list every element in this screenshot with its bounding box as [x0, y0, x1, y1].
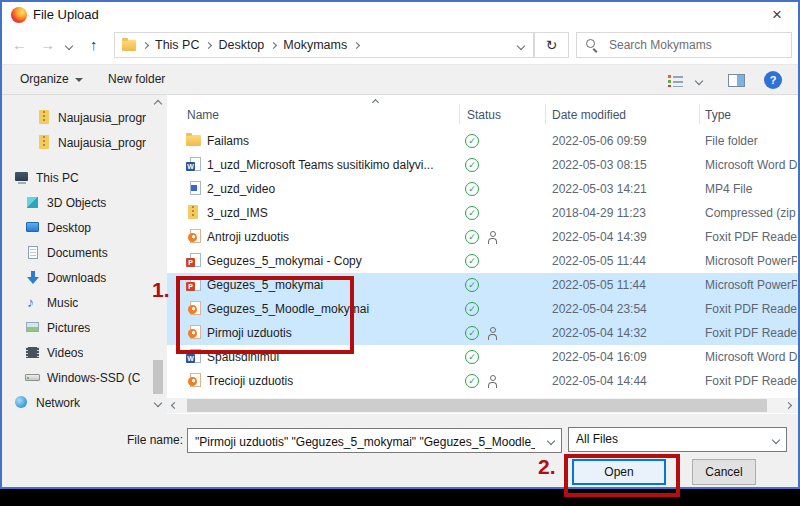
horizontal-scrollbar[interactable]	[167, 398, 798, 413]
file-row[interactable]: 3_uzd_IMS 2018-04-29 11:23 Compressed (z…	[167, 201, 798, 225]
sidebar-item-3d-objects[interactable]: 3D Objects	[2, 190, 150, 215]
search-input[interactable]	[607, 37, 771, 53]
file-row[interactable]: Geguzes_5_Moodle_mokymai 2022-05-04 23:5…	[167, 297, 798, 321]
organize-button[interactable]: Organize	[20, 65, 83, 94]
file-date-modified: 2022-05-03 14:21	[552, 177, 647, 201]
file-type: Microsoft Word D	[705, 345, 797, 369]
file-row[interactable]: 2_uzd_video 2022-05-03 14:21 MP4 File	[167, 177, 798, 201]
file-type: File folder	[705, 129, 797, 153]
file-name: 3_uzd_IMS	[207, 201, 268, 225]
file-date-modified: 2022-05-05 11:44	[552, 249, 646, 273]
file-type: Foxit PDF Reader	[705, 369, 797, 393]
dialog-body: Naujausia_progr Naujausia_progr This PC …	[2, 95, 798, 414]
file-row[interactable]: Geguzes_5_mokymai - Copy 2022-05-05 11:4…	[167, 249, 798, 273]
close-icon[interactable]: ×	[764, 2, 790, 28]
breadcrumb-chevron-icon[interactable]	[353, 41, 360, 48]
sidebar-scrollbar[interactable]	[150, 95, 166, 414]
status-synced-check-icon	[465, 374, 479, 388]
file-date-modified: 2022-05-05 11:44	[552, 273, 646, 297]
music-note-icon	[25, 295, 41, 310]
scroll-left-icon[interactable]	[171, 402, 178, 409]
breadcrumb-segment[interactable]: Desktop	[218, 38, 264, 52]
new-folder-button[interactable]: New folder	[108, 65, 165, 94]
chevron-down-icon[interactable]	[547, 437, 555, 445]
file-type-select[interactable]: All Files	[568, 427, 787, 452]
file-name-input[interactable]	[193, 430, 537, 453]
breadcrumb-chevron-icon[interactable]	[205, 41, 212, 48]
file-row[interactable]: Trecioji uzduotis 2022-05-04 14:44 Foxit…	[167, 369, 798, 393]
sidebar-item-naujausia-progr[interactable]: Naujausia_progr	[2, 130, 150, 155]
preview-pane-icon[interactable]	[728, 74, 745, 87]
file-name: 2_uzd_video	[207, 177, 275, 201]
foxit-pdf-icon	[186, 325, 201, 340]
file-date-modified: 2022-05-04 14:44	[552, 369, 647, 393]
status-synced-check-icon	[465, 254, 479, 268]
file-name-combo[interactable]	[187, 428, 562, 453]
view-mode-icon[interactable]	[668, 74, 683, 87]
file-row[interactable]: Geguzes_5_mokymai 2022-05-05 11:44 Micro…	[167, 273, 798, 297]
file-row[interactable]: 1_uzd_Microsoft Teams susitikimo dalyvi.…	[167, 153, 798, 177]
scroll-right-icon[interactable]	[785, 402, 792, 409]
file-row[interactable]: Failams 2022-05-06 09:59 File folder	[167, 129, 798, 153]
sidebar-item-downloads[interactable]: Downloads	[2, 265, 150, 290]
sidebar-item-desktop[interactable]: Desktop	[2, 215, 150, 240]
monitor-icon	[25, 220, 41, 235]
dialog-footer: File name: All Files Open Cancel	[2, 414, 798, 487]
view-dropdown-icon[interactable]	[695, 77, 703, 85]
help-icon[interactable]: ?	[764, 71, 782, 89]
cancel-button[interactable]: Cancel	[692, 459, 756, 485]
list-header: Name Status Date modified Type	[167, 95, 798, 129]
refresh-icon[interactable]: ↻	[534, 32, 569, 58]
breadcrumb-segment[interactable]: This PC	[155, 38, 199, 52]
open-button[interactable]: Open	[572, 459, 666, 485]
up-arrow-icon[interactable]: ↑	[90, 36, 98, 54]
breadcrumb-segment[interactable]: Mokymams	[283, 38, 347, 52]
zip-folder-icon	[36, 135, 52, 150]
file-name: Failams	[207, 129, 249, 153]
title-bar: File Upload ×	[2, 2, 798, 28]
powerpoint-icon	[186, 253, 201, 268]
status-synced-check-icon	[465, 230, 479, 244]
breadcrumb-chevron-icon[interactable]	[142, 41, 149, 48]
file-type: Microsoft PowerP	[705, 249, 797, 273]
scrollbar-thumb[interactable]	[153, 360, 163, 394]
file-row[interactable]: Pirmoji uzduotis 2022-05-04 14:32 Foxit …	[167, 321, 798, 345]
sidebar: Naujausia_progr Naujausia_progr This PC …	[2, 95, 167, 414]
sidebar-item-windows-ssd-c[interactable]: Windows-SSD (C	[2, 365, 150, 390]
address-dropdown-icon[interactable]	[517, 42, 525, 50]
firefox-logo-icon	[11, 7, 27, 23]
zip-icon	[186, 205, 201, 220]
sidebar-item-music[interactable]: Music	[2, 290, 150, 315]
file-name: Geguzes_5_mokymai	[207, 273, 323, 297]
chevron-down-icon	[772, 436, 780, 444]
toolbar: Organize New folder ?	[2, 64, 798, 95]
foxit-pdf-icon	[186, 229, 201, 244]
breadcrumb: This PCDesktopMokymams	[143, 38, 359, 52]
back-arrow-icon[interactable]: ←	[12, 36, 27, 54]
file-name: Geguzes_5_Moodle_mokymai	[207, 297, 369, 321]
search-box[interactable]	[576, 32, 792, 58]
download-arrow-icon	[25, 270, 41, 285]
scrollbar-thumb[interactable]	[187, 399, 767, 412]
sidebar-item-network[interactable]: Network	[2, 390, 150, 414]
file-date-modified: 2022-05-04 23:54	[552, 297, 647, 321]
sidebar-item-documents[interactable]: Documents	[2, 240, 150, 265]
sidebar-item-pictures[interactable]: Pictures	[2, 315, 150, 340]
address-bar[interactable]: This PCDesktopMokymams	[114, 32, 534, 58]
forward-arrow-icon[interactable]: →	[40, 36, 55, 54]
sidebar-items: Naujausia_progr Naujausia_progr This PC …	[2, 105, 150, 414]
sidebar-item-this-pc[interactable]: This PC	[2, 165, 150, 190]
file-row[interactable]: Antroji uzduotis 2022-05-04 14:39 Foxit …	[167, 225, 798, 249]
status-shared-person-icon	[487, 231, 498, 243]
breadcrumb-chevron-icon[interactable]	[270, 41, 277, 48]
history-chevron-icon[interactable]	[65, 42, 73, 50]
file-name: Antroji uzduotis	[207, 225, 289, 249]
scroll-down-icon[interactable]	[154, 399, 162, 407]
sidebar-item-videos[interactable]: Videos	[2, 340, 150, 365]
scroll-up-icon[interactable]	[154, 100, 162, 108]
status-synced-check-icon	[465, 134, 479, 148]
file-type: Microsoft Word D	[705, 153, 797, 177]
file-upload-dialog: File Upload × ← → ↑ This PCDesktopMokyma…	[0, 0, 800, 489]
file-row[interactable]: Spausdinimui 2022-05-04 16:09 Microsoft …	[167, 345, 798, 369]
sidebar-item-naujausia-progr[interactable]: Naujausia_progr	[2, 105, 150, 130]
